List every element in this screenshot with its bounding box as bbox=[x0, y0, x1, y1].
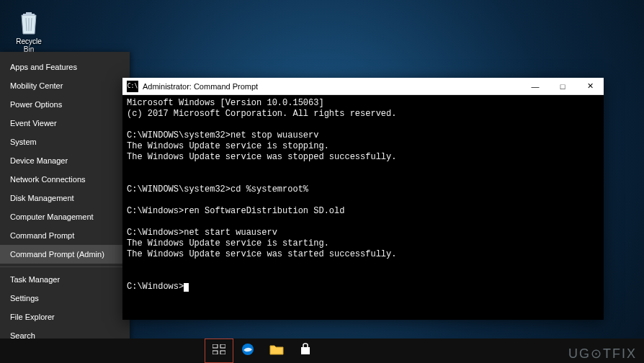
winx-item-file-explorer[interactable]: File Explorer bbox=[0, 308, 130, 326]
edge-browser-icon bbox=[241, 343, 254, 359]
winx-item-power-options[interactable]: Power Options bbox=[0, 95, 130, 114]
titlebar[interactable]: C:\ Administrator: Command Prompt — □ ✕ bbox=[122, 78, 604, 95]
winx-item-task-manager[interactable]: Task Manager bbox=[0, 270, 130, 289]
winx-item-computer-management[interactable]: Computer Management bbox=[0, 207, 130, 226]
recycle-bin-icon bbox=[17, 7, 41, 36]
svg-rect-3 bbox=[213, 344, 218, 348]
winx-item-command-prompt[interactable]: Command Prompt bbox=[0, 226, 130, 245]
svg-rect-6 bbox=[220, 351, 225, 354]
maximize-button[interactable]: □ bbox=[549, 78, 576, 95]
task-view-icon bbox=[213, 344, 225, 357]
desktop-icon-recycle-bin[interactable]: Recycle Bin bbox=[12, 7, 46, 53]
taskbar bbox=[0, 339, 644, 363]
winx-item-command-prompt-admin-[interactable]: Command Prompt (Admin) bbox=[0, 245, 130, 264]
winx-item-apps-and-features[interactable]: Apps and Features bbox=[0, 58, 130, 76]
winx-item-network-connections[interactable]: Network Connections bbox=[0, 170, 130, 189]
winx-item-event-viewer[interactable]: Event Viewer bbox=[0, 114, 130, 133]
taskbar-item-task-view[interactable] bbox=[205, 339, 233, 363]
winx-item-system[interactable]: System bbox=[0, 133, 130, 151]
terminal-cursor bbox=[184, 283, 189, 292]
winx-menu: Apps and FeaturesMobility CenterPower Op… bbox=[0, 52, 130, 363]
file-explorer-icon bbox=[269, 344, 284, 358]
store-icon bbox=[299, 343, 312, 359]
winx-item-device-manager[interactable]: Device Manager bbox=[0, 151, 130, 170]
minimize-button[interactable]: — bbox=[522, 78, 549, 95]
taskbar-item-store[interactable] bbox=[291, 339, 320, 363]
taskbar-item-file-explorer[interactable] bbox=[262, 339, 291, 363]
terminal-output[interactable]: Microsoft Windows [Version 10.0.15063] (… bbox=[122, 95, 604, 320]
winx-item-settings[interactable]: Settings bbox=[0, 289, 130, 308]
close-button[interactable]: ✕ bbox=[576, 78, 604, 95]
svg-rect-4 bbox=[220, 344, 225, 348]
command-prompt-window[interactable]: C:\ Administrator: Command Prompt — □ ✕ … bbox=[122, 78, 604, 320]
window-title: Administrator: Command Prompt bbox=[143, 82, 522, 91]
taskbar-items bbox=[205, 339, 320, 363]
taskbar-item-edge-browser[interactable] bbox=[233, 339, 262, 363]
winx-item-disk-management[interactable]: Disk Management bbox=[0, 189, 130, 207]
cmd-icon: C:\ bbox=[127, 81, 138, 92]
desktop-icon-label: Recycle Bin bbox=[12, 37, 46, 53]
desktop[interactable]: Recycle Bin Apps and FeaturesMobility Ce… bbox=[0, 0, 644, 363]
svg-rect-5 bbox=[213, 351, 218, 354]
winx-item-mobility-center[interactable]: Mobility Center bbox=[0, 76, 130, 95]
window-controls: — □ ✕ bbox=[522, 78, 604, 95]
menu-separator bbox=[0, 266, 130, 267]
